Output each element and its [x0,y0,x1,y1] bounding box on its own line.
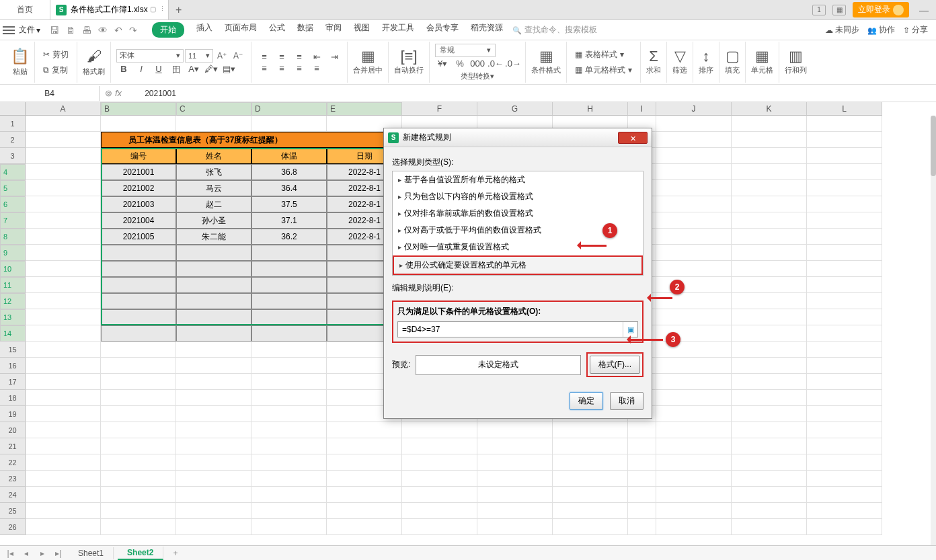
cell[interactable] [477,422,553,438]
cell[interactable] [101,454,176,471]
cell[interactable] [176,487,251,503]
cell[interactable] [656,503,732,519]
underline-icon[interactable]: U [151,64,166,76]
select-all-corner[interactable] [0,102,26,116]
cell[interactable] [101,116,176,132]
sync-status[interactable]: 未同步 [825,24,859,36]
filter-icon[interactable]: ▽ [674,49,686,64]
format-button[interactable]: 格式(F)... [590,356,640,374]
cell[interactable] [251,390,327,406]
tab-dropdown-icon[interactable]: ⋮ [159,5,165,12]
cell[interactable] [807,180,882,196]
paste-icon[interactable]: 📋 [11,48,29,65]
cell[interactable] [251,374,327,390]
cell[interactable] [176,406,251,422]
cell[interactable] [26,148,101,164]
cell[interactable] [807,342,882,358]
merge-icon[interactable]: ▦ [361,49,375,64]
ribbon-tab-view[interactable]: 视图 [354,22,370,38]
cell[interactable] [176,471,251,487]
row-header-13[interactable]: 13 [0,309,26,325]
row-header-15[interactable]: 15 [0,342,26,358]
cell[interactable] [807,374,882,390]
cell[interactable] [656,454,732,471]
cell[interactable] [251,406,327,422]
formula-input[interactable] [398,322,623,337]
row-header-9[interactable]: 9 [0,245,26,261]
cell[interactable] [176,503,251,519]
cell[interactable] [176,277,251,293]
ribbon-tab-start[interactable]: 开始 [152,22,184,38]
cell[interactable] [26,471,101,487]
add-sheet-button[interactable]: + [167,549,183,558]
align-center-icon[interactable]: ≡ [274,63,289,73]
row-header-12[interactable]: 12 [0,293,26,309]
cell[interactable] [732,342,807,358]
row-header-21[interactable]: 21 [0,438,26,454]
cell[interactable] [807,116,882,132]
cell[interactable] [26,116,101,132]
cell[interactable] [732,406,807,422]
cell[interactable] [807,132,882,148]
border-icon[interactable]: ▤▾ [221,64,236,76]
cell[interactable] [251,454,327,471]
cell[interactable] [656,164,732,180]
cell[interactable] [656,196,732,212]
cell[interactable] [251,438,327,454]
rowcol-icon[interactable]: ▥ [789,49,803,64]
cell[interactable] [477,487,553,503]
ribbon-tab-resources[interactable]: 稻壳资源 [471,22,503,38]
align-right-icon[interactable]: ≡ [292,63,307,73]
cell[interactable]: 2021001 [101,164,176,180]
cell[interactable] [732,358,807,374]
rule-option-2[interactable]: 只为包含以下内容的单元格设置格式 [393,188,643,205]
cell[interactable] [327,438,402,454]
copy-button[interactable]: ⧉ 复制 [40,63,71,77]
cell[interactable] [656,358,732,374]
name-box[interactable]: B4 [0,86,100,101]
cell[interactable] [732,309,807,325]
cell[interactable] [26,245,101,261]
cell[interactable]: 2021003 [101,196,176,212]
cell[interactable] [26,438,101,454]
cell[interactable] [251,277,327,293]
row-header-20[interactable]: 20 [0,422,26,438]
bold-icon[interactable]: B [116,64,131,76]
cell[interactable] [402,487,477,503]
cell[interactable] [26,358,101,374]
cell[interactable] [251,503,327,519]
col-header-J[interactable]: J [656,102,732,116]
cell[interactable] [251,342,327,358]
cell[interactable] [26,261,101,277]
col-header-E[interactable]: E [327,102,402,116]
cell[interactable] [807,293,882,309]
cell[interactable]: 2021004 [101,212,176,229]
cell[interactable]: 孙小圣 [176,212,251,229]
sheet-nav-first[interactable]: |◂ [4,549,16,558]
ribbon-tab-formula[interactable]: 公式 [269,22,285,38]
cell[interactable] [101,390,176,406]
zoom-icon[interactable]: ⊚ [105,88,112,98]
cell[interactable] [402,422,477,438]
cell[interactable] [807,454,882,471]
row-header-22[interactable]: 22 [0,454,26,471]
cell[interactable] [807,164,882,180]
cell[interactable] [732,293,807,309]
sheet-tab-1[interactable]: Sheet1 [69,547,114,559]
cell[interactable] [628,519,656,535]
indent-dec-icon[interactable]: ⇤ [309,52,324,62]
cell[interactable]: 赵二 [176,196,251,212]
cell[interactable] [327,471,402,487]
vertical-scrollbar[interactable] [931,116,936,546]
cell[interactable] [553,519,628,535]
cell[interactable] [26,390,101,406]
badge-one-icon[interactable]: 1 [812,5,826,15]
table-style-button[interactable]: ▦ 表格样式▾ [572,48,627,62]
font-size-select[interactable]: 11▾ [185,49,213,63]
row-header-5[interactable]: 5 [0,180,26,196]
cell[interactable] [656,245,732,261]
cell[interactable] [402,438,477,454]
cell[interactable]: 2021005 [101,229,176,245]
cell[interactable] [477,471,553,487]
cell[interactable] [251,309,327,325]
